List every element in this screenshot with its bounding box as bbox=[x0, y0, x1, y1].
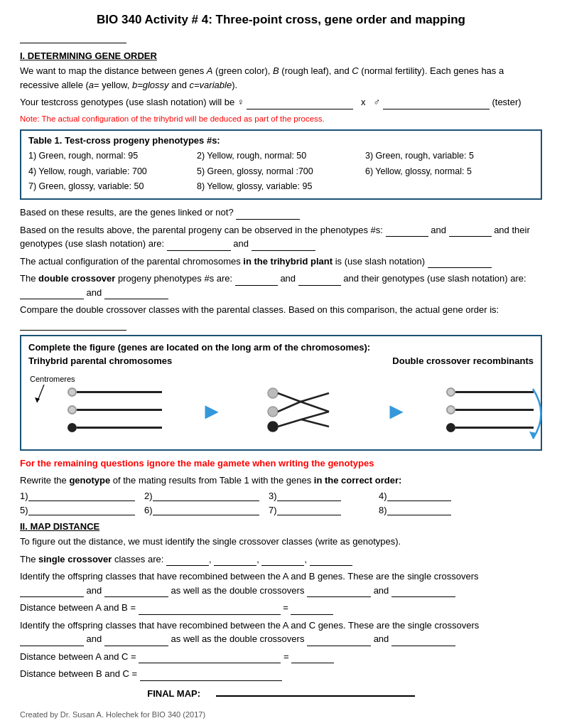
section2-header: II. MAP DISTANCE bbox=[20, 521, 542, 532]
figure-title: Complete the figure (genes are located o… bbox=[28, 342, 534, 353]
ab-sc2-blank[interactable] bbox=[104, 587, 168, 597]
parental-chromosomes bbox=[67, 387, 162, 432]
sc2-blank[interactable] bbox=[214, 556, 256, 566]
rewrite-3-blank[interactable] bbox=[277, 491, 341, 501]
table-cell-2-2: 5) Green, glossy, normal :700 bbox=[197, 164, 365, 179]
arrow1: ► bbox=[200, 398, 223, 424]
sc1-blank[interactable] bbox=[166, 556, 209, 566]
single-crossover-line: The single crossover classes are: , , , bbox=[20, 552, 542, 567]
rewrite-row2: 5) 6) 7) 8) bbox=[20, 505, 542, 515]
female-genotype-blank[interactable] bbox=[247, 100, 353, 109]
q4-pheno1-blank[interactable] bbox=[235, 276, 278, 286]
svg-line-9 bbox=[278, 419, 301, 427]
name-blank[interactable] bbox=[20, 33, 126, 43]
chrom-bar-top bbox=[77, 391, 162, 393]
name-line bbox=[20, 33, 542, 43]
svg-line-7 bbox=[278, 402, 301, 412]
red-instruction: For the remaining questions ignore the m… bbox=[20, 456, 542, 471]
footer: Created by Dr. Susan A. Holechek for BIO… bbox=[20, 709, 542, 721]
table-cell-3-1: 7) Green, glossy, variable: 50 bbox=[28, 179, 197, 194]
final-map-line: FINAL MAP: bbox=[20, 687, 542, 701]
q2-pheno1-blank[interactable] bbox=[386, 227, 428, 237]
centromere-circle-bot bbox=[67, 423, 77, 432]
ab-dc2-blank[interactable] bbox=[391, 587, 455, 597]
male-genotype-blank[interactable] bbox=[383, 100, 490, 109]
rewrite-8-blank[interactable] bbox=[387, 505, 451, 515]
figure-subtitle-row: Trihybrid parental chromosomes Double cr… bbox=[28, 355, 534, 366]
arrow2: ► bbox=[385, 398, 408, 424]
q2-line: Based on the results above, the parental… bbox=[20, 223, 542, 251]
table-cell-3-3 bbox=[365, 179, 534, 194]
table-cell-2-1: 4) Yellow, rough, variable: 700 bbox=[28, 164, 197, 179]
centromere-circle-mid bbox=[67, 405, 77, 414]
section1-header: I. DETERMINING GENE ORDER bbox=[20, 50, 542, 61]
final-map-blank[interactable] bbox=[216, 695, 415, 697]
table-grid: 1) Green, rough, normal: 95 2) Yellow, r… bbox=[28, 149, 534, 194]
q3-line: The actual configuration of the parental… bbox=[20, 255, 542, 269]
q1-answer-blank[interactable] bbox=[236, 210, 300, 220]
q3-answer-blank[interactable] bbox=[428, 258, 492, 268]
table-box: Table 1. Test-cross progeny phenotypes #… bbox=[20, 129, 542, 200]
ab-sc1-blank[interactable] bbox=[20, 587, 84, 597]
svg-point-6 bbox=[268, 407, 278, 417]
ac-dc1-blank[interactable] bbox=[307, 636, 371, 646]
dist-bc-formula-blank[interactable] bbox=[140, 671, 282, 681]
rewrite-label: Rewrite the genotype of the mating resul… bbox=[20, 473, 542, 488]
q4-line: The double crossover progeny phenotypes … bbox=[20, 272, 542, 299]
rewrite-1-blank[interactable] bbox=[28, 491, 135, 501]
ab-dc1-blank[interactable] bbox=[307, 587, 371, 597]
rewrite-row1: 1) 2) 3) 4) bbox=[20, 491, 542, 501]
q2-geno2-blank[interactable] bbox=[252, 241, 315, 251]
dist-ac-line: Distance between A and C = = bbox=[20, 650, 542, 664]
q4-geno2-blank[interactable] bbox=[104, 289, 168, 299]
q4-geno1-blank[interactable] bbox=[20, 289, 84, 299]
q5-line: Compare the double crossover classes wit… bbox=[20, 303, 542, 331]
svg-point-2 bbox=[268, 388, 278, 398]
dist-ac-result-blank[interactable] bbox=[291, 653, 334, 663]
q5-answer-blank[interactable] bbox=[20, 321, 126, 331]
rewrite-6-blank[interactable] bbox=[153, 505, 259, 515]
ab-recomb-line: Identify the offspring classes that have… bbox=[20, 569, 542, 597]
q2-pheno2-blank[interactable] bbox=[449, 227, 492, 237]
svg-line-4 bbox=[301, 393, 329, 402]
testcross-line: Your testcross genotypes (use slash nota… bbox=[20, 95, 542, 109]
rewrite-4-blank[interactable] bbox=[387, 491, 451, 501]
q2-geno1-blank[interactable] bbox=[167, 241, 231, 251]
rewrite-5-blank[interactable] bbox=[28, 505, 135, 515]
section1-intro: We want to map the distance between gene… bbox=[20, 64, 542, 92]
sc3-blank[interactable] bbox=[261, 556, 304, 566]
table-cell-1-3: 3) Green, rough, variable: 5 bbox=[365, 149, 534, 164]
dist-ab-line: Distance between A and B = = bbox=[20, 601, 542, 615]
svg-line-3 bbox=[278, 393, 301, 402]
svg-line-5 bbox=[301, 402, 329, 412]
table-cell-2-3: 6) Yellow, glossy, normal: 5 bbox=[365, 164, 534, 179]
recombinant-chromosomes bbox=[446, 387, 534, 432]
chrom-bar-bot bbox=[77, 427, 162, 429]
table-title: Table 1. Test-cross progeny phenotypes #… bbox=[28, 135, 534, 146]
svg-line-11 bbox=[301, 412, 329, 419]
ac-recomb-line: Identify the offspring classes that have… bbox=[20, 619, 542, 646]
ac-sc2-blank[interactable] bbox=[104, 636, 168, 646]
rewrite-2-blank[interactable] bbox=[153, 491, 259, 501]
dist-ab-result-blank[interactable] bbox=[291, 605, 333, 615]
dist-ac-formula-blank[interactable] bbox=[139, 653, 281, 663]
ac-dc2-blank[interactable] bbox=[391, 636, 455, 646]
svg-line-10 bbox=[301, 419, 329, 427]
fig-right-label: Double crossover recombinants bbox=[392, 355, 534, 366]
q4-pheno2-blank[interactable] bbox=[298, 276, 341, 286]
page-title: BIO 340 Activity # 4: Three-point cross,… bbox=[20, 13, 542, 27]
red-note: Note: The actual configuration of the tr… bbox=[20, 113, 542, 125]
dist-bc-line: Distance between B and C = bbox=[20, 667, 542, 681]
table-cell-3-2: 8) Yellow, glossy, variable: 95 bbox=[197, 179, 365, 194]
table-cell-1-1: 1) Green, rough, normal: 95 bbox=[28, 149, 197, 164]
dist-ab-formula-blank[interactable] bbox=[139, 605, 281, 615]
ac-sc1-blank[interactable] bbox=[20, 636, 84, 646]
svg-point-8 bbox=[268, 422, 278, 432]
rewrite-7-blank[interactable] bbox=[277, 505, 341, 515]
fig-left-label: Trihybrid parental chromosomes bbox=[28, 355, 172, 366]
figure-box: Complete the figure (genes are located o… bbox=[20, 335, 542, 451]
q1-line: Based on these results, are the genes li… bbox=[20, 205, 542, 220]
table-cell-1-2: 2) Yellow, rough, normal: 50 bbox=[197, 149, 365, 164]
crossing-diagram bbox=[261, 380, 347, 439]
sc4-blank[interactable] bbox=[310, 556, 352, 566]
